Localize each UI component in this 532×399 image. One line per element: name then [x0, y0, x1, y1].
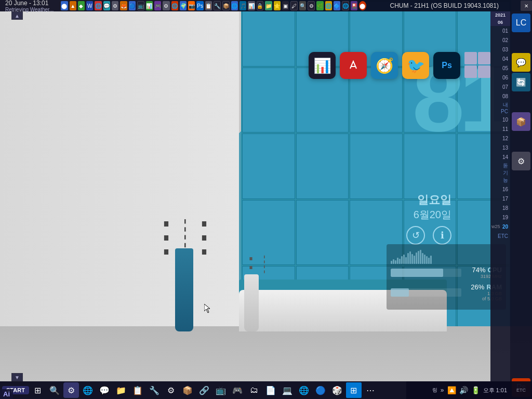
topbar-app-1[interactable]: ⬤: [61, 1, 68, 10]
topbar-app-36[interactable]: ⬤: [359, 1, 366, 10]
tb-icon-packages[interactable]: 📦: [180, 382, 195, 398]
cal-row-10[interactable]: 10: [490, 115, 510, 124]
topbar-app-33[interactable]: 🔷: [334, 1, 340, 10]
cal-row-15-notis[interactable]: 돋기능: [490, 162, 510, 184]
topbar-app-34[interactable]: 🌐: [342, 1, 349, 10]
tb-icon-tv[interactable]: 📺: [213, 382, 229, 398]
cal-row-08[interactable]: 08: [490, 91, 510, 101]
topbar-app-12[interactable]: 🎮: [154, 1, 161, 10]
refresh-icon[interactable]: ↺: [406, 226, 425, 245]
topbar-app-5[interactable]: 🌐: [95, 1, 101, 10]
cal-row-etc[interactable]: ETC: [490, 231, 510, 241]
tb-icon-taskview[interactable]: ⊞: [30, 382, 46, 398]
topbar-app-28[interactable]: 🖊: [290, 1, 298, 10]
tb-icon-dice[interactable]: 🎲: [329, 382, 345, 398]
cal-row-20-today[interactable]: w2520: [490, 222, 510, 231]
topbar-app-24[interactable]: 🔒: [257, 1, 264, 10]
tb-icon-notes[interactable]: 📋: [130, 382, 145, 398]
tb-icon-computer[interactable]: 💻: [280, 382, 295, 398]
topbar-app-6[interactable]: 💬: [103, 1, 110, 10]
topbar-app-30[interactable]: ⚙: [308, 1, 315, 10]
tb-icon-internet[interactable]: 🌐: [296, 382, 312, 398]
grid-item-4[interactable]: [478, 65, 490, 78]
topbar-app-20[interactable]: 📦: [222, 1, 230, 10]
topbar-app-31[interactable]: 🌿: [316, 1, 323, 10]
system-tray[interactable]: ETC: [510, 381, 532, 399]
desk-icon-diskinfo[interactable]: 📊: [309, 52, 336, 79]
topbar-app-35[interactable]: 🎴: [351, 1, 357, 10]
topbar-app-19[interactable]: 🔧: [214, 1, 221, 10]
topbar-app-25[interactable]: 📁: [265, 1, 272, 10]
cal-row-07[interactable]: 07: [490, 82, 510, 91]
tb-icon-game[interactable]: 🎮: [230, 382, 245, 398]
tb-icon-settings[interactable]: ⚙: [63, 382, 79, 398]
topbar-app-9[interactable]: 🔵: [129, 1, 136, 10]
topbar-close[interactable]: ✕: [521, 1, 532, 11]
desk-icon-compass[interactable]: 🧭: [371, 52, 398, 79]
tb-icon-link[interactable]: 🔗: [196, 382, 212, 398]
desk-icon-artstudio[interactable]: [340, 52, 367, 79]
cal-row-18[interactable]: 18: [490, 203, 510, 212]
tb-icon-tools[interactable]: 🔧: [147, 382, 162, 398]
cal-row-09-pc[interactable]: 내 PC: [490, 101, 510, 115]
tray-network-icon[interactable]: 🔼: [447, 386, 456, 394]
tray-volume-icon[interactable]: 🔊: [459, 386, 468, 394]
desk-icon-canary[interactable]: 🐦: [402, 52, 429, 79]
tb-icon-files[interactable]: 📁: [113, 382, 129, 398]
grid-item-3[interactable]: [464, 65, 477, 78]
tb-icon-chat[interactable]: 💬: [97, 382, 112, 398]
tb-icon-more[interactable]: ⋯: [363, 382, 378, 398]
topbar-app-14[interactable]: 🌐: [171, 1, 178, 10]
grid-item-2[interactable]: [478, 52, 490, 64]
rp-icon-5[interactable]: ⚙: [512, 152, 530, 170]
topbar-app-11[interactable]: 📊: [146, 1, 153, 10]
topbar-app-26[interactable]: ⭐: [274, 1, 281, 10]
cal-row-19[interactable]: 19: [490, 212, 510, 222]
topbar-app-7[interactable]: ⚙: [112, 1, 118, 10]
grid-item-1[interactable]: [464, 52, 477, 64]
cal-row-03[interactable]: 03: [490, 45, 510, 54]
tb-icon-gear[interactable]: ⚙: [163, 382, 179, 398]
tb-icon-doc[interactable]: 📄: [263, 382, 278, 398]
tray-arrow[interactable]: »: [441, 387, 444, 394]
rp-icon-2[interactable]: 💬: [512, 53, 530, 72]
topbar-app-18[interactable]: 📋: [205, 1, 212, 10]
info-icon[interactable]: ℹ: [433, 226, 451, 245]
topbar-app-16[interactable]: 📷: [188, 1, 195, 10]
scroll-up-button[interactable]: ▲: [11, 11, 23, 20]
cal-row-17[interactable]: 17: [490, 194, 510, 203]
topbar-app-8[interactable]: 🦊: [120, 1, 127, 10]
cal-row-13[interactable]: 13: [490, 143, 510, 152]
tray-battery-icon[interactable]: 🔋: [471, 386, 480, 394]
tb-icon-folders[interactable]: 🗂: [246, 382, 262, 398]
desk-icon-photoshop[interactable]: Ps: [433, 52, 460, 79]
topbar-app-17[interactable]: Ps: [196, 1, 203, 10]
topbar-app-2[interactable]: ▲: [70, 1, 76, 10]
tb-icon-sphere[interactable]: 🔵: [313, 382, 328, 398]
tb-icon-win[interactable]: ⊞: [346, 382, 362, 398]
cal-row-01[interactable]: 01: [490, 26, 510, 35]
topbar-app-23[interactable]: 📊: [248, 1, 255, 10]
topbar-app-22[interactable]: 🎵: [240, 1, 246, 10]
cal-row-14[interactable]: 14: [490, 152, 510, 162]
cal-row-04[interactable]: 04: [490, 54, 510, 63]
topbar-app-21[interactable]: 🌐: [231, 1, 238, 10]
topbar-app-10[interactable]: 📺: [137, 1, 144, 10]
topbar-app-29[interactable]: 🔍: [299, 1, 306, 10]
cal-row-16[interactable]: 16: [490, 184, 510, 194]
rp-icon-1[interactable]: LC: [512, 14, 530, 32]
cal-row-12[interactable]: 12: [490, 134, 510, 143]
cal-row-05[interactable]: 05: [490, 63, 510, 73]
cal-row-02[interactable]: 02: [490, 35, 510, 45]
rp-icon-3[interactable]: 🔄: [512, 73, 530, 91]
topbar-app-15[interactable]: 🌍: [180, 1, 187, 10]
tb-icon-browser[interactable]: 🌐: [80, 382, 96, 398]
topbar-app-27[interactable]: ▣: [282, 1, 289, 10]
topbar-app-32[interactable]: 🌐: [325, 1, 332, 10]
tb-icon-search[interactable]: 🔍: [47, 382, 62, 398]
rp-icon-4[interactable]: 📦: [512, 112, 530, 131]
scroll-down-button[interactable]: ▼: [11, 373, 23, 381]
topbar-app-4[interactable]: W: [86, 1, 93, 10]
topbar-app-13[interactable]: ⚙: [163, 1, 169, 10]
topbar-app-3[interactable]: ◆: [78, 1, 85, 10]
